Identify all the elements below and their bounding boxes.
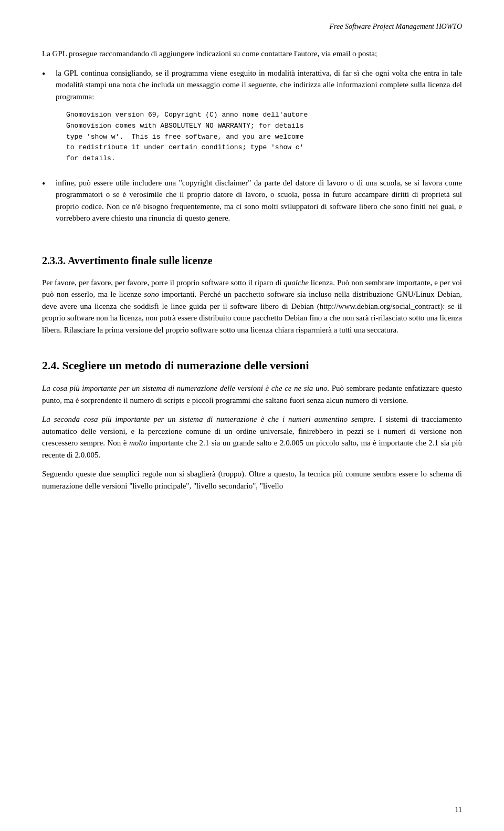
section-233-heading: 2.3.3. Avvertimento finale sulle licenze xyxy=(42,253,462,268)
page-number: 11 xyxy=(455,804,462,815)
bullet-content-2: infine, può essere utile includere una "… xyxy=(56,177,462,232)
bullet-item-2: • infine, può essere utile includere una… xyxy=(42,177,462,232)
italic-molto: molto xyxy=(129,439,147,447)
intro-paragraph: La GPL prosegue raccomandando di aggiung… xyxy=(42,48,462,60)
page: Free Software Project Management HOWTO L… xyxy=(0,0,504,831)
code-line-1: Gnomovision version 69, Copyright (C) an… xyxy=(66,111,308,119)
code-block: Gnomovision version 69, Copyright (C) an… xyxy=(66,110,462,164)
bullet-item-1: • la GPL continua consigliando, se il pr… xyxy=(42,67,462,170)
bullet-content-1: la GPL continua consigliando, se il prog… xyxy=(56,67,462,170)
code-line-5: for details. xyxy=(66,154,116,162)
code-line-3: type 'show w'. This is free software, an… xyxy=(66,133,303,141)
section-24-para1-italic: La cosa più importante per un sistema di… xyxy=(42,384,329,392)
bullet2-text: infine, può essere utile includere una "… xyxy=(56,177,462,224)
section-233-para1: Per favore, per favore, per favore, porr… xyxy=(42,277,462,336)
section-24-para3: Seguendo queste due semplici regole non … xyxy=(42,468,462,492)
section-24-para1: La cosa più importante per un sistema di… xyxy=(42,382,462,406)
section-24-para2-italic: La seconda cosa più importante per un si… xyxy=(42,415,375,423)
section-24-para2: La seconda cosa più importante per un si… xyxy=(42,413,462,461)
bullet1-text: la GPL continua consigliando, se il prog… xyxy=(56,67,462,103)
italic-qualche: qualche xyxy=(284,278,308,287)
code-line-2: Gnomovision comes with ABSOLUTELY NO WAR… xyxy=(66,122,303,130)
code-line-4: to redistribute it under certain conditi… xyxy=(66,143,303,151)
header-title: Free Software Project Management HOWTO xyxy=(330,23,462,30)
bullet-dot-2: • xyxy=(42,177,52,191)
italic-sono: sono xyxy=(144,290,159,298)
page-header: Free Software Project Management HOWTO xyxy=(42,21,462,32)
bullet-dot-1: • xyxy=(42,67,52,81)
section-24-heading: 2.4. Scegliere un metodo di numerazione … xyxy=(42,357,462,374)
